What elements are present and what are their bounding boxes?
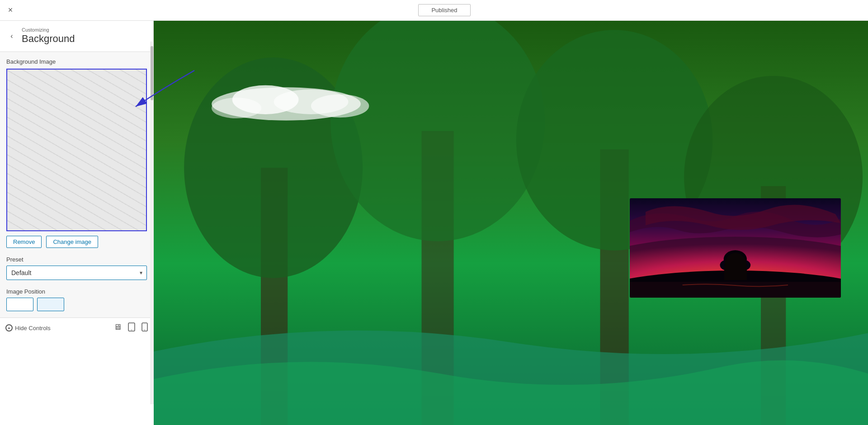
sidebar: ‹ Customizing Background Background Imag…	[0, 21, 154, 338]
blog-card-image-5	[406, 198, 617, 298]
position-btn-2[interactable]	[37, 298, 64, 311]
bg-image-preview	[6, 69, 147, 231]
tablet-icon[interactable]	[127, 322, 136, 334]
device-icons: 🖥	[113, 322, 148, 334]
svg-rect-42	[630, 282, 841, 298]
bg-image-label: Background Image	[6, 58, 147, 65]
main-layout: ‹ Customizing Background Background Imag…	[0, 21, 868, 425]
svg-point-36	[731, 270, 744, 279]
blog-grid: New Product Alert Information About a To…	[181, 74, 841, 312]
mobile-icon[interactable]	[142, 322, 148, 334]
desktop-icon[interactable]: 🖥	[113, 322, 122, 334]
forest2-image	[406, 198, 617, 298]
svg-point-39	[724, 250, 747, 268]
svg-point-40	[720, 260, 735, 271]
sidebar-header: ‹ Customizing Background	[0, 21, 153, 52]
image-position-label: Image Position	[6, 288, 147, 295]
svg-point-41	[736, 260, 751, 271]
preview-area: Newest Updates From The Blog	[154, 21, 868, 425]
svg-rect-38	[734, 264, 737, 276]
bg-image-buttons: Remove Change image	[6, 236, 147, 248]
svg-point-9	[212, 98, 261, 118]
position-btn-1[interactable]	[6, 298, 33, 311]
top-bar: × Published	[0, 0, 868, 21]
preset-label: Preset	[6, 256, 147, 263]
back-button[interactable]: ‹	[5, 30, 18, 42]
sunset-image	[630, 198, 841, 298]
preset-select-wrapper: DefaultCoverRepeatContainCustom ▾	[6, 266, 147, 280]
sidebar-wrapper: ‹ Customizing Background Background Imag…	[0, 21, 154, 425]
bottom-bar: ● Hide Controls 🖥	[0, 318, 153, 338]
svg-point-1	[131, 329, 132, 330]
sidebar-title-block: Customizing Background	[22, 27, 75, 45]
bg-image-preview-inner	[7, 70, 146, 230]
close-button[interactable]: ×	[0, 0, 21, 21]
sidebar-title: Background	[22, 33, 75, 45]
hide-controls-button[interactable]: ● Hide Controls	[5, 324, 51, 332]
preset-select[interactable]: DefaultCoverRepeatContainCustom	[6, 266, 147, 280]
blog-card-6	[630, 198, 841, 303]
svg-point-3	[144, 329, 145, 330]
svg-point-10	[311, 94, 369, 117]
hide-controls-label: Hide Controls	[15, 325, 51, 332]
blog-card-image-6	[630, 198, 841, 298]
published-button[interactable]: Published	[418, 4, 470, 16]
circle-icon: ●	[5, 324, 13, 332]
sidebar-subtitle: Customizing	[22, 27, 75, 33]
change-image-button[interactable]: Change image	[46, 236, 98, 248]
remove-button[interactable]: Remove	[6, 236, 42, 248]
sidebar-content: Background Image Remove Change image Pre…	[0, 52, 153, 318]
preview-content: Newest Updates From The Blog	[154, 21, 868, 425]
blog-card-5	[406, 198, 617, 303]
